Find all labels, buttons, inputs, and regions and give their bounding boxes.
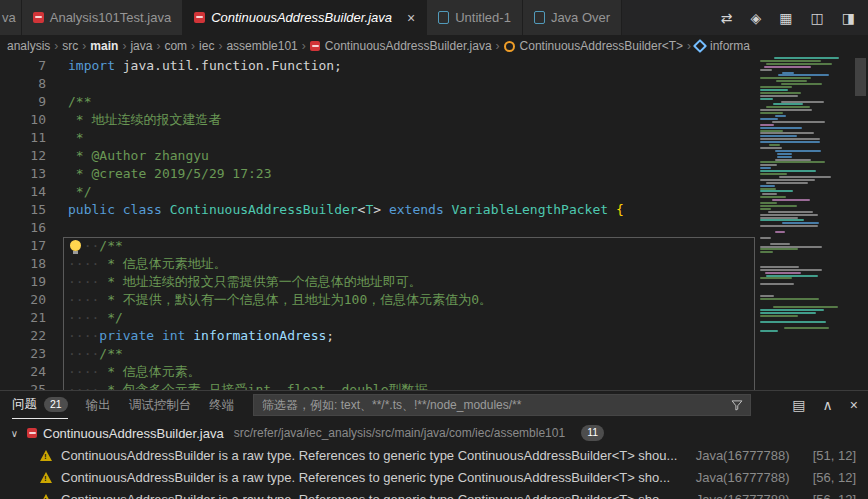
problem-source: Java(16777788) [696,492,790,499]
split-editor-icon[interactable]: ◫ [811,11,824,25]
breadcrumb: analysis›src›main›java›com›iec›assemble1… [0,35,868,57]
lightbulb-icon[interactable] [70,240,81,251]
line-number[interactable]: 13 [0,165,46,183]
line-number-gutter[interactable]: 78910111213141516171819202122232425 [0,57,46,390]
panel-tab-terminal[interactable]: 终端 [209,391,234,419]
code-editor[interactable]: 78910111213141516171819202122232425 impo… [0,57,868,390]
line-number[interactable]: 8 [0,75,46,93]
breadcrumb-separator-icon: › [687,39,691,53]
code-line[interactable]: ···· * 信息体元素。 [68,363,624,381]
code-line[interactable]: ···· * 不提供，默认有一个信息体，且地址为100，信息体元素值为0。 [68,291,624,309]
problems-filter-input[interactable] [254,398,731,412]
panel-tab-debug-console[interactable]: 调试控制台 [129,391,192,419]
java-file-icon [194,12,205,23]
breadcrumb-item-assemble101[interactable]: assemble101 [226,39,297,53]
line-number[interactable]: 18 [0,255,46,273]
tab-analysis101test-java[interactable]: Analysis101Test.java [22,0,183,35]
line-number[interactable]: 19 [0,273,46,291]
code-line[interactable] [68,219,624,237]
maximize-panel-icon[interactable]: ∧ [823,398,833,412]
line-number[interactable]: 17 [0,237,46,255]
code-line[interactable] [68,75,624,93]
code-line[interactable]: * 地址连续的报文建造者 [68,111,624,129]
breadcrumb-label: assemble101 [226,39,297,53]
line-number[interactable]: 24 [0,363,46,381]
compare-changes-icon[interactable]: ⇄ [721,11,733,25]
breadcrumb-label: src [62,39,78,53]
line-number[interactable]: 21 [0,309,46,327]
breadcrumb-item-continuousaddressbuilder-java[interactable]: ContinuousAddressBuilder.java [310,39,492,53]
view-as-table-icon[interactable]: ▤ [792,398,805,412]
line-number[interactable]: 22 [0,327,46,345]
panel-tab-label: 输出 [86,397,111,414]
problem-position: [51, 12] [813,448,856,463]
line-number[interactable]: 20 [0,291,46,309]
breadcrumb-item-iec[interactable]: iec [199,39,214,53]
panel-tab-problems[interactable]: 问题21 [12,391,68,419]
breadcrumb-item-java[interactable]: java [130,39,152,53]
tab-untitled-1[interactable]: Untitled-1 [427,0,523,35]
breadcrumb-item-informa[interactable]: informa [695,39,750,53]
code-line[interactable]: ····private int informationAdress; [68,327,624,345]
breadcrumb-item-main[interactable]: main [90,39,118,53]
code-line[interactable]: public class ContinuousAddressBuilder<T>… [68,201,624,219]
tab-continuousaddressbuilder-java[interactable]: ContinuousAddressBuilder.java× [183,0,427,35]
problems-file-row[interactable]: ∨ContinuousAddressBuilder.javasrc/refer/… [0,422,868,444]
code-content[interactable]: import java.util.function.Function;/** *… [68,57,624,390]
tab-partial[interactable]: va [0,0,22,35]
panel-actions: ▤∧× [792,391,858,419]
breadcrumb-item-src[interactable]: src [62,39,78,53]
breadcrumb-item-analysis[interactable]: analysis [7,39,50,53]
close-panel-icon[interactable]: × [850,398,858,412]
code-line[interactable]: ···· * 信息体元素地址。 [68,255,624,273]
problems-file-name: ContinuousAddressBuilder.java [43,426,224,441]
tab-java-over[interactable]: Java Over [523,0,622,35]
problem-source: Java(16777788) [696,470,790,485]
code-line[interactable]: * @Author zhangyu [68,147,624,165]
code-line[interactable]: ···· * 包含多个元素,只接受int, float, double型数据 [68,381,624,390]
editor-layout-icon[interactable]: ◨ [842,11,855,25]
line-number[interactable]: 14 [0,183,46,201]
line-number[interactable]: 9 [0,93,46,111]
code-line[interactable]: /** [68,93,624,111]
line-number[interactable]: 16 [0,219,46,237]
code-line[interactable]: ····/** [68,345,624,363]
warning-icon [40,472,52,483]
code-line[interactable]: ···· */ [68,309,624,327]
code-line[interactable]: ···· * 地址连续的报文只需提供第一个信息体的地址即可。 [68,273,624,291]
panel-header: 问题21输出调试控制台终端 ▤∧× [0,391,868,419]
close-tab-icon[interactable]: × [407,11,415,25]
breadcrumb-separator-icon: › [496,39,500,53]
grid-view-icon[interactable]: ▦ [779,11,792,25]
chevron-down-icon[interactable]: ∨ [8,428,21,439]
line-number[interactable]: 25 [0,381,46,390]
breadcrumb-item-com[interactable]: com [164,39,187,53]
problem-position: [56, 12] [813,492,856,499]
code-line[interactable]: * [68,129,624,147]
editor-scrollbar[interactable] [855,58,866,96]
breadcrumb-separator-icon: › [54,39,58,53]
java-file-icon [310,41,320,51]
breadcrumb-item-continuousaddressbuilder-t[interactable]: ContinuousAddressBuilder<T> [504,39,683,53]
problem-row[interactable]: ContinuousAddressBuilder is a raw type. … [0,444,868,466]
diamond-icon[interactable]: ◈ [751,11,762,25]
code-line[interactable]: * @create 2019/5/29 17:23 [68,165,624,183]
problem-row[interactable]: ContinuousAddressBuilder is a raw type. … [0,466,868,488]
code-line[interactable]: */ [68,183,624,201]
line-number[interactable]: 10 [0,111,46,129]
line-number[interactable]: 15 [0,201,46,219]
minimap[interactable] [758,57,852,390]
warning-icon [40,494,52,499]
line-number[interactable]: 12 [0,147,46,165]
file-icon [438,11,449,24]
line-number[interactable]: 11 [0,129,46,147]
code-line[interactable]: ····/** [68,237,624,255]
file-icon [534,11,545,24]
panel-tab-label: 终端 [209,397,234,414]
line-number[interactable]: 7 [0,57,46,75]
problem-row[interactable]: ContinuousAddressBuilder is a raw type. … [0,488,868,499]
warning-icon [40,450,52,461]
code-line[interactable]: import java.util.function.Function; [68,57,624,75]
line-number[interactable]: 23 [0,345,46,363]
panel-tab-output[interactable]: 输出 [86,391,111,419]
